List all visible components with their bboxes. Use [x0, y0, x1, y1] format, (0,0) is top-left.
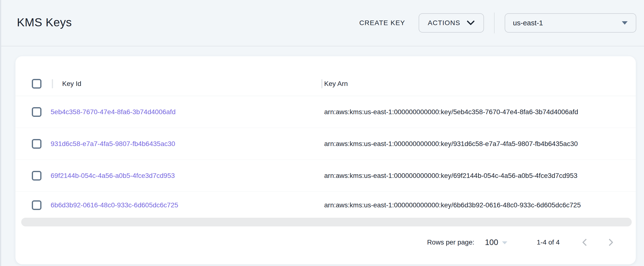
kms-keys-screen: KMS Keys CREATE KEY ACTIONS us-east-1 Ke… — [0, 0, 644, 266]
region-select[interactable]: us-east-1 — [505, 13, 636, 33]
rows-per-page-value: 100 — [485, 238, 498, 247]
next-page-button[interactable] — [603, 235, 618, 250]
table-row[interactable]: 6b6d3b92-0616-48c0-933c-6d605dc6c725 arn… — [16, 192, 636, 219]
row-checkbox[interactable] — [32, 171, 42, 181]
key-arn-cell: arn:aws:kms:us-east-1:000000000000:key/6… — [324, 201, 581, 209]
key-id-link[interactable]: 6b6d3b92-0616-48c0-933c-6d605dc6c725 — [50, 201, 178, 209]
actions-button[interactable]: ACTIONS — [419, 13, 484, 33]
column-header-key-id[interactable]: Key Id — [62, 80, 81, 88]
key-arn-cell: arn:aws:kms:us-east-1:000000000000:key/9… — [324, 140, 578, 148]
topbar-controls: CREATE KEY ACTIONS us-east-1 — [352, 0, 636, 46]
topbar: KMS Keys CREATE KEY ACTIONS us-east-1 — [1, 0, 644, 46]
key-arn-cell: arn:aws:kms:us-east-1:000000000000:key/5… — [324, 108, 578, 116]
dropdown-arrow-icon — [622, 21, 628, 25]
actions-button-label: ACTIONS — [428, 19, 460, 27]
topbar-divider — [494, 13, 494, 33]
keys-table-card: Key Id Key Arn 5eb4c358-7670-47e4-8fa6-3… — [16, 56, 636, 264]
table-row[interactable]: 69f2144b-054c-4a56-a0b5-4fce3d7cd953 arn… — [16, 160, 636, 192]
chevron-right-icon — [607, 238, 614, 246]
pagination-range-label: 1-4 of 4 — [537, 238, 560, 246]
chevron-left-icon — [581, 238, 588, 246]
horizontal-scrollbar-thumb[interactable] — [21, 218, 632, 226]
previous-page-button[interactable] — [577, 235, 592, 250]
page-title: KMS Keys — [17, 16, 72, 29]
select-arrow-icon — [502, 241, 507, 244]
key-id-link[interactable]: 5eb4c358-7670-47e4-8fa6-3b74d4006afd — [50, 108, 176, 116]
rows-per-page-label: Rows per page: — [427, 238, 474, 246]
column-separator — [52, 79, 53, 88]
create-key-button[interactable]: CREATE KEY — [352, 15, 412, 31]
select-all-checkbox[interactable] — [32, 79, 42, 89]
column-separator — [321, 79, 322, 88]
column-header-key-arn[interactable]: Key Arn — [324, 80, 348, 88]
table-body: 5eb4c358-7670-47e4-8fa6-3b74d4006afd arn… — [16, 96, 636, 219]
row-checkbox[interactable] — [32, 107, 42, 117]
rows-per-page-select[interactable]: 100 — [485, 238, 507, 247]
table-row[interactable]: 931d6c58-e7a7-4fa5-9807-fb4b6435ac30 arn… — [16, 128, 636, 160]
key-id-link[interactable]: 69f2144b-054c-4a56-a0b5-4fce3d7cd953 — [50, 172, 175, 180]
chevron-down-icon — [466, 20, 475, 26]
pagination-bar: Rows per page: 100 1-4 of 4 — [16, 229, 636, 256]
horizontal-scrollbar — [16, 218, 636, 226]
region-select-value: us-east-1 — [513, 19, 543, 27]
key-arn-cell: arn:aws:kms:us-east-1:000000000000:key/6… — [324, 172, 578, 180]
table-row[interactable]: 5eb4c358-7670-47e4-8fa6-3b74d4006afd arn… — [16, 96, 636, 128]
table-header-row: Key Id Key Arn — [16, 72, 636, 96]
row-checkbox[interactable] — [32, 200, 42, 210]
row-checkbox[interactable] — [32, 139, 42, 149]
key-id-link[interactable]: 931d6c58-e7a7-4fa5-9807-fb4b6435ac30 — [50, 140, 175, 148]
